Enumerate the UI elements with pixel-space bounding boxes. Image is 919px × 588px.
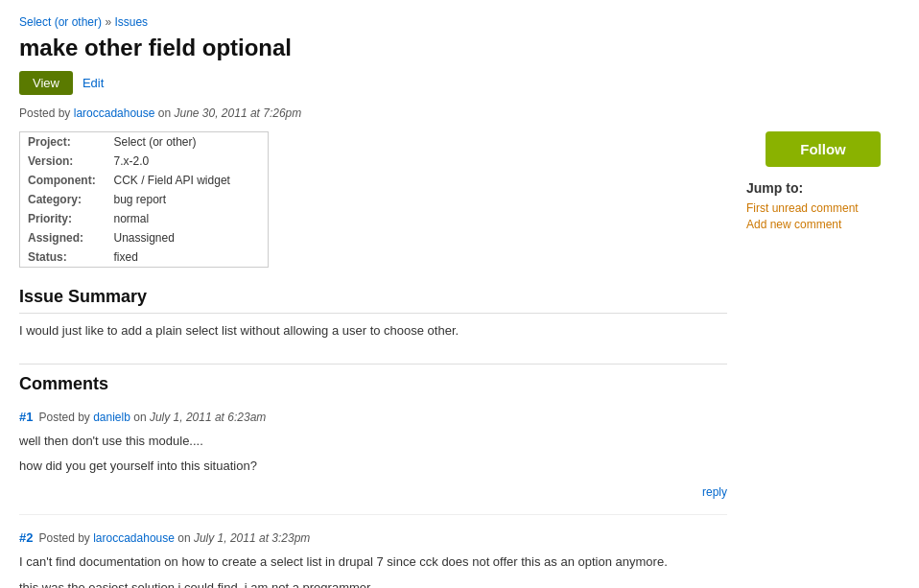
issue-summary-title: Issue Summary	[19, 287, 727, 314]
jump-to-link[interactable]: First unread comment	[746, 201, 900, 215]
comment-number: #2	[19, 530, 33, 545]
info-table-row: Category: bug report	[20, 190, 269, 209]
comment-line: how did you get yourself into this situa…	[19, 457, 727, 477]
comment-meta: Posted by laroccadahouse on July 1, 2011…	[38, 531, 310, 545]
info-table-row: Project: Select (or other)	[20, 132, 269, 153]
info-value: fixed	[106, 247, 269, 268]
info-value: 7.x-2.0	[106, 152, 269, 171]
layout: Project: Select (or other) Version: 7.x-…	[19, 131, 900, 588]
breadcrumb-current-link[interactable]: Issues	[114, 15, 148, 29]
jump-to-links: First unread commentAdd new comment	[746, 201, 900, 231]
comment-meta: Posted by danielb on July 1, 2011 at 6:2…	[38, 411, 266, 424]
info-label: Version:	[20, 152, 106, 171]
info-value: Unassigned	[106, 228, 269, 247]
comments-title: Comments	[19, 374, 727, 394]
comment-header: #2 Posted by laroccadahouse on July 1, 2…	[19, 530, 727, 545]
issue-summary-text: I would just like to add a plain select …	[19, 321, 727, 341]
posted-by-prefix: Posted by	[19, 106, 70, 120]
info-value: Select (or other)	[106, 132, 269, 153]
info-label: Category:	[20, 190, 106, 209]
comment-item: #1 Posted by danielb on July 1, 2011 at …	[19, 410, 727, 516]
comment-author-link[interactable]: danielb	[93, 411, 130, 424]
meta-posted: Posted by laroccadahouse on June 30, 201…	[19, 106, 900, 120]
info-table-row: Component: CCK / Field API widget	[20, 171, 269, 190]
comment-line: well then don't use this module....	[19, 432, 727, 452]
breadcrumb-parent-link[interactable]: Select (or other)	[19, 15, 102, 29]
jump-to-label: Jump to:	[746, 180, 900, 196]
comment-line: this was the easiest solution i could fi…	[19, 578, 727, 588]
follow-button[interactable]: Follow	[766, 131, 881, 167]
action-buttons: View Edit	[19, 71, 900, 95]
info-table-row: Priority: normal	[20, 209, 269, 228]
comment-number: #1	[19, 410, 33, 424]
breadcrumb-separator: »	[105, 15, 111, 29]
post-date: June 30, 2011 at 7:26pm	[175, 106, 302, 120]
info-table-row: Version: 7.x-2.0	[20, 152, 269, 171]
page-title: make other field optional	[19, 35, 900, 61]
comment-date: July 1, 2011 at 3:23pm	[194, 531, 310, 545]
info-label: Priority:	[20, 209, 106, 228]
info-label: Status:	[20, 247, 106, 268]
info-table-row: Status: fixed	[20, 247, 269, 268]
main-content: Project: Select (or other) Version: 7.x-…	[19, 131, 727, 588]
comment-author-link[interactable]: laroccadahouse	[93, 531, 175, 545]
author-link[interactable]: laroccadahouse	[74, 106, 155, 120]
on-text: on	[158, 106, 171, 120]
info-value: CCK / Field API widget	[106, 171, 269, 190]
edit-button[interactable]: Edit	[82, 76, 104, 90]
info-table: Project: Select (or other) Version: 7.x-…	[19, 131, 269, 268]
jump-to-link[interactable]: Add new comment	[746, 218, 900, 231]
comment-date: July 1, 2011 at 6:23am	[150, 411, 266, 424]
info-value: normal	[106, 209, 269, 228]
comment-line: I can't find documentation on how to cre…	[19, 553, 727, 573]
issue-summary-section: Issue Summary I would just like to add a…	[19, 287, 727, 341]
comment-body: well then don't use this module....how d…	[19, 432, 727, 478]
info-label: Assigned:	[20, 228, 106, 247]
comment-body: I can't find documentation on how to cre…	[19, 553, 727, 588]
comments-list: #1 Posted by danielb on July 1, 2011 at …	[19, 410, 727, 589]
reply-link[interactable]: reply	[702, 485, 727, 499]
comment-reply: reply	[19, 484, 727, 499]
breadcrumb: Select (or other) » Issues	[19, 15, 900, 29]
sidebar: Follow Jump to: First unread commentAdd …	[746, 131, 900, 588]
info-label: Project:	[20, 132, 106, 153]
comment-item: #2 Posted by laroccadahouse on July 1, 2…	[19, 530, 727, 588]
comments-section: Comments #1 Posted by danielb on July 1,…	[19, 364, 727, 589]
info-label: Component:	[20, 171, 106, 190]
info-table-row: Assigned: Unassigned	[20, 228, 269, 247]
info-value: bug report	[106, 190, 269, 209]
view-button[interactable]: View	[19, 71, 73, 95]
comment-header: #1 Posted by danielb on July 1, 2011 at …	[19, 410, 727, 424]
